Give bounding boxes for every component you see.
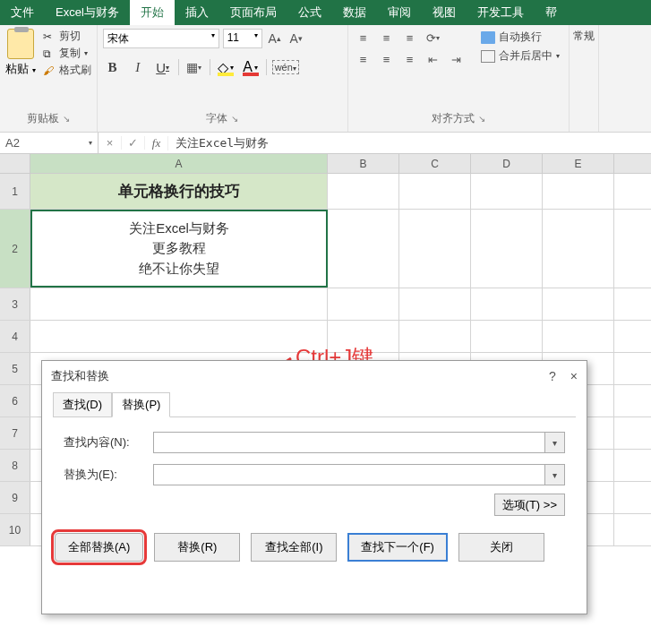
paste-button[interactable]: 粘贴 ▾ [5, 61, 36, 77]
decrease-font-button[interactable]: A▾ [287, 29, 305, 48]
align-bottom-button[interactable]: ≡ [400, 29, 420, 47]
row-header-9[interactable]: 9 [0, 482, 30, 513]
cell-B1[interactable] [328, 174, 399, 209]
tab-formulas[interactable]: 公式 [287, 0, 332, 25]
font-name-select[interactable]: 宋体▾ [103, 29, 219, 48]
number-format-select[interactable]: 常规 [573, 29, 595, 44]
clipboard-label: 剪贴板 [27, 111, 59, 126]
options-button[interactable]: 选项(T) >> [494, 494, 565, 516]
col-header-B[interactable]: B [328, 154, 399, 173]
find-input[interactable] [153, 432, 545, 453]
tab-help[interactable]: 帮 [535, 0, 568, 25]
copy-icon: ⧉ [43, 47, 56, 60]
borders-button[interactable]: ▦▾ [184, 57, 204, 77]
increase-indent-button[interactable]: ⇥ [447, 50, 467, 68]
dialog-launcher-icon[interactable]: ↘ [478, 114, 485, 124]
align-center-button[interactable]: ≡ [377, 50, 397, 68]
tab-developer[interactable]: 开发工具 [467, 0, 535, 25]
tab-excel-finance[interactable]: Excel与财务 [45, 0, 130, 25]
cell-C1[interactable] [399, 174, 471, 209]
align-left-button[interactable]: ≡ [354, 50, 373, 68]
copy-button[interactable]: ⧉复制 ▾ [43, 46, 91, 61]
orientation-button[interactable]: ⟳▾ [424, 29, 443, 47]
replace-input[interactable] [153, 464, 545, 485]
fx-button[interactable]: fx [145, 136, 168, 150]
phonetic-button[interactable]: wén▾ [272, 60, 299, 74]
cell-D2[interactable] [471, 210, 543, 288]
font-size-select[interactable]: 11▾ [223, 29, 262, 48]
cell-A3[interactable] [30, 288, 328, 320]
row-header-3[interactable]: 3 [0, 288, 30, 320]
font-color-button[interactable]: A▾ [241, 57, 261, 77]
merge-icon [481, 50, 495, 63]
wrap-icon [481, 31, 495, 44]
cell-A1[interactable]: 单元格换行的技巧 [30, 174, 328, 209]
select-all-corner[interactable] [0, 154, 30, 173]
increase-font-button[interactable]: A▴ [266, 29, 284, 48]
bold-button[interactable]: B [103, 57, 123, 77]
tab-file[interactable]: 文件 [0, 0, 45, 25]
ribbon: 粘贴 ▾ ✂剪切 ⧉复制 ▾ 🖌格式刷 剪贴板 ↘ 宋体▾ 11▾ A▴ A▾ … [0, 25, 651, 133]
enter-icon[interactable]: ✓ [122, 136, 145, 150]
row-header-5[interactable]: 5 [0, 353, 30, 384]
align-right-button[interactable]: ≡ [400, 50, 420, 68]
dialog-launcher-icon[interactable]: ↘ [63, 114, 70, 124]
row-header-1[interactable]: 1 [0, 174, 30, 209]
alignment-group-label: 对齐方式 [432, 111, 475, 126]
help-button[interactable]: ? [549, 369, 556, 383]
row-header-4[interactable]: 4 [0, 321, 30, 352]
name-box[interactable]: A2▾ [0, 133, 99, 153]
row-header-8[interactable]: 8 [0, 450, 30, 481]
dialog-title: 查找和替换 [51, 368, 109, 384]
merge-center-button[interactable]: 合并后居中 ▾ [477, 47, 563, 64]
tab-home[interactable]: 开始 [130, 0, 175, 25]
dialog-launcher-icon[interactable]: ↘ [231, 114, 238, 124]
tab-page-layout[interactable]: 页面布局 [219, 0, 287, 25]
cut-button[interactable]: ✂剪切 [43, 29, 91, 44]
find-all-button[interactable]: 查找全部(I) [251, 533, 337, 562]
tab-find[interactable]: 查找(D) [53, 392, 112, 417]
col-header-C[interactable]: C [399, 154, 471, 173]
decrease-indent-button[interactable]: ⇤ [424, 50, 443, 68]
formula-input[interactable]: 关注Excel与财务 [168, 133, 651, 153]
find-history-dropdown[interactable]: ▾ [545, 432, 565, 453]
col-header-A[interactable]: A [30, 154, 328, 173]
replace-button[interactable]: 替换(R) [154, 533, 240, 562]
cell-E1[interactable] [543, 174, 614, 209]
ribbon-tabs: 文件 Excel与财务 开始 插入 页面布局 公式 数据 审阅 视图 开发工具 … [0, 0, 651, 25]
close-button[interactable]: × [570, 369, 578, 383]
cell-E2[interactable] [543, 210, 614, 288]
tab-insert[interactable]: 插入 [175, 0, 219, 25]
col-header-E[interactable]: E [543, 154, 614, 173]
tab-review[interactable]: 审阅 [377, 0, 422, 25]
row-header-6[interactable]: 6 [0, 385, 30, 416]
tab-view[interactable]: 视图 [422, 0, 467, 25]
row-header-2[interactable]: 2 [0, 210, 30, 288]
cell-A2-line2: 更多教程 [152, 238, 206, 259]
find-next-button[interactable]: 查找下一个(F) [347, 533, 448, 562]
col-header-D[interactable]: D [471, 154, 543, 173]
cell-A2[interactable]: 关注Excel与财务 更多教程 绝不让你失望 [30, 210, 328, 288]
row-header-7[interactable]: 7 [0, 417, 30, 449]
cell-C2[interactable] [399, 210, 471, 288]
italic-button[interactable]: I [128, 57, 148, 77]
cancel-icon[interactable]: × [99, 136, 122, 150]
replace-all-button[interactable]: 全部替换(A) [55, 533, 143, 562]
format-painter-button[interactable]: 🖌格式刷 [43, 63, 91, 78]
cell-D1[interactable] [471, 174, 543, 209]
tab-replace[interactable]: 替换(P) [112, 392, 170, 417]
cell-B2[interactable] [328, 210, 399, 288]
fill-color-button[interactable]: ◇▾ [216, 57, 236, 77]
clipboard-group: 粘贴 ▾ ✂剪切 ⧉复制 ▾ 🖌格式刷 剪贴板 ↘ [0, 25, 98, 132]
replace-label: 替换为(E): [64, 467, 153, 483]
align-top-button[interactable]: ≡ [354, 29, 373, 47]
paste-icon[interactable] [7, 29, 34, 59]
font-group: 宋体▾ 11▾ A▴ A▾ B I U▾ ▦▾ ◇▾ A▾ wén▾ 字体 ↘ [98, 25, 348, 132]
underline-button[interactable]: U▾ [153, 57, 173, 77]
replace-history-dropdown[interactable]: ▾ [545, 464, 565, 485]
align-middle-button[interactable]: ≡ [377, 29, 397, 47]
tab-data[interactable]: 数据 [332, 0, 377, 25]
wrap-text-button[interactable]: 自动换行 [477, 29, 563, 46]
row-header-10[interactable]: 10 [0, 514, 30, 545]
close-dialog-button[interactable]: 关闭 [458, 533, 544, 562]
